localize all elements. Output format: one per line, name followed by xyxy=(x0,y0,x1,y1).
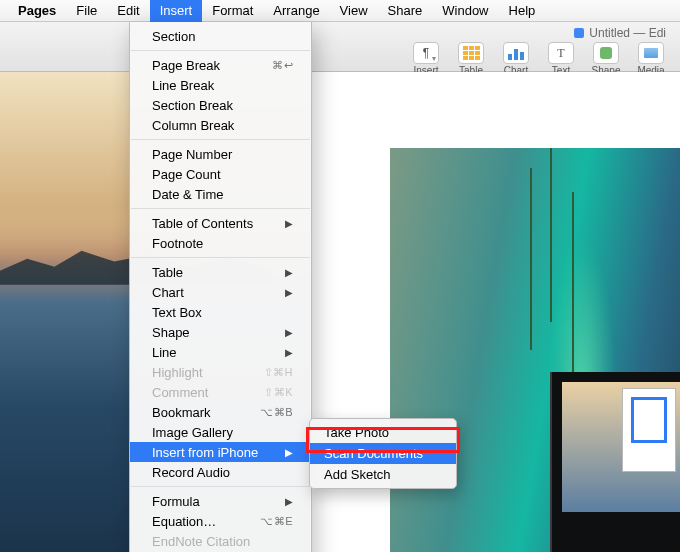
menu-item-highlight: Highlight⇧⌘H xyxy=(130,362,311,382)
menu-item-column-break[interactable]: Column Break xyxy=(130,115,311,135)
menu-item-endnote-citation: EndNote Citation xyxy=(130,531,311,551)
menu-item-insert-from-iphone[interactable]: Insert from iPhone▶ xyxy=(130,442,311,462)
submenu-arrow-icon: ▶ xyxy=(285,493,293,510)
submenu-item-add-sketch[interactable]: Add Sketch xyxy=(310,464,456,485)
menu-item-shortcut: ⇧⌘K xyxy=(264,384,293,401)
photo-laptop xyxy=(550,372,680,552)
menu-item-shortcut: ⌘↩ xyxy=(272,57,293,74)
menu-item-label: Insert from iPhone xyxy=(152,444,258,461)
menu-item-label: Line Break xyxy=(152,77,214,94)
menu-item-label: Footnote xyxy=(152,235,203,252)
submenu-arrow-icon: ▶ xyxy=(285,344,293,361)
menu-item-label: Chart xyxy=(152,284,184,301)
menu-item-label: Text Box xyxy=(152,304,202,321)
menu-item-shortcut: ⌥⌘E xyxy=(260,513,293,530)
table-icon xyxy=(458,42,484,64)
menu-separator xyxy=(131,257,310,258)
menu-item-label: Comment xyxy=(152,384,208,401)
menu-item-label: Bookmark xyxy=(152,404,211,421)
document-icon xyxy=(574,28,584,38)
menu-item-label: Table xyxy=(152,264,183,281)
menu-item-chart[interactable]: Chart▶ xyxy=(130,282,311,302)
menu-item-footnote[interactable]: Footnote xyxy=(130,233,311,253)
menu-item-label: Highlight xyxy=(152,364,203,381)
menu-item-page-break[interactable]: Page Break⌘↩ xyxy=(130,55,311,75)
menu-separator xyxy=(131,50,310,51)
menu-item-label: Column Break xyxy=(152,117,234,134)
menu-item-record-audio[interactable]: Record Audio xyxy=(130,462,311,482)
insert-from-iphone-submenu: Take PhotoScan DocumentsAdd Sketch xyxy=(309,418,457,489)
menu-item-label: Record Audio xyxy=(152,464,230,481)
menu-item-text-box[interactable]: Text Box xyxy=(130,302,311,322)
shape-icon xyxy=(593,42,619,64)
menu-item-label: Page Number xyxy=(152,146,232,163)
submenu-arrow-icon: ▶ xyxy=(285,324,293,341)
chart-icon xyxy=(503,42,529,64)
menu-item-page-count[interactable]: Page Count xyxy=(130,164,311,184)
menu-item-shortcut: ⌥⌘B xyxy=(260,404,293,421)
menu-share[interactable]: Share xyxy=(378,0,433,22)
menu-item-label: Equation… xyxy=(152,513,216,530)
menu-item-shortcut: ⇧⌘H xyxy=(264,364,293,381)
app-name: Pages xyxy=(8,0,66,22)
insert-dropdown: SectionPage Break⌘↩Line BreakSection Bre… xyxy=(129,22,312,552)
menu-file[interactable]: File xyxy=(66,0,107,22)
menu-item-label: Section Break xyxy=(152,97,233,114)
menu-item-label: EndNote Citation xyxy=(152,533,250,550)
menu-item-line[interactable]: Line▶ xyxy=(130,342,311,362)
menu-item-label: Page Break xyxy=(152,57,220,74)
menu-item-formula[interactable]: Formula▶ xyxy=(130,491,311,511)
menu-item-section[interactable]: Section xyxy=(130,26,311,46)
menu-item-label: Line xyxy=(152,344,177,361)
inserted-photo[interactable] xyxy=(390,148,680,552)
menu-item-page-number[interactable]: Page Number xyxy=(130,144,311,164)
menu-arrange[interactable]: Arrange xyxy=(263,0,329,22)
menu-item-image-gallery[interactable]: Image Gallery xyxy=(130,422,311,442)
menu-item-bookmark[interactable]: Bookmark⌥⌘B xyxy=(130,402,311,422)
menu-help[interactable]: Help xyxy=(499,0,546,22)
submenu-item-take-photo[interactable]: Take Photo xyxy=(310,422,456,443)
window-header: Untitled — Edi ¶▾ Insert Table Chart T T… xyxy=(0,22,680,72)
menu-item-section-break[interactable]: Section Break xyxy=(130,95,311,115)
menubar: Pages File Edit Insert Format Arrange Vi… xyxy=(0,0,680,22)
submenu-arrow-icon: ▶ xyxy=(285,444,293,461)
menu-item-shape[interactable]: Shape▶ xyxy=(130,322,311,342)
menu-item-comment: Comment⇧⌘K xyxy=(130,382,311,402)
menu-item-table[interactable]: Table▶ xyxy=(130,262,311,282)
submenu-arrow-icon: ▶ xyxy=(285,284,293,301)
menu-separator xyxy=(131,208,310,209)
menu-item-label: Shape xyxy=(152,324,190,341)
photo-plant xyxy=(550,148,552,322)
submenu-arrow-icon: ▶ xyxy=(285,215,293,232)
menu-item-label: Page Count xyxy=(152,166,221,183)
submenu-item-scan-documents[interactable]: Scan Documents xyxy=(310,443,456,464)
text-icon: T xyxy=(548,42,574,64)
menu-item-equation[interactable]: Equation…⌥⌘E xyxy=(130,511,311,531)
menu-window[interactable]: Window xyxy=(432,0,498,22)
menu-item-label: Date & Time xyxy=(152,186,224,203)
menu-item-line-break[interactable]: Line Break xyxy=(130,75,311,95)
menu-separator xyxy=(131,486,310,487)
menu-edit[interactable]: Edit xyxy=(107,0,149,22)
submenu-arrow-icon: ▶ xyxy=(285,264,293,281)
menu-insert[interactable]: Insert xyxy=(150,0,203,22)
menu-item-label: Image Gallery xyxy=(152,424,233,441)
menu-item-label: Section xyxy=(152,28,195,45)
menu-separator xyxy=(131,139,310,140)
pilcrow-icon: ¶▾ xyxy=(413,42,439,64)
menu-view[interactable]: View xyxy=(330,0,378,22)
menu-item-table-of-contents[interactable]: Table of Contents▶ xyxy=(130,213,311,233)
menu-item-label: Formula xyxy=(152,493,200,510)
media-icon xyxy=(638,42,664,64)
menu-item-date-time[interactable]: Date & Time xyxy=(130,184,311,204)
menu-format[interactable]: Format xyxy=(202,0,263,22)
menu-item-label: Table of Contents xyxy=(152,215,253,232)
